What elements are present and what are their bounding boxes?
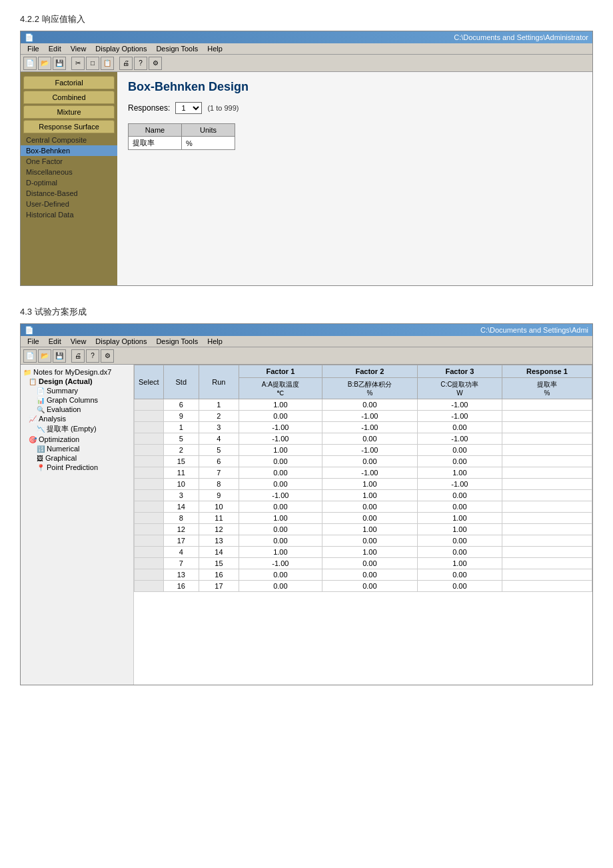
cell-r1[interactable] bbox=[502, 422, 592, 433]
menu-file[interactable]: File bbox=[23, 44, 43, 53]
open-btn[interactable]: 📂 bbox=[38, 57, 51, 70]
responses-select[interactable]: 1 bbox=[175, 102, 202, 114]
table-row: 7 15 -1.00 0.00 1.00 bbox=[135, 558, 592, 569]
table-row: 6 1 1.00 0.00 -1.00 bbox=[135, 399, 592, 411]
cell-select[interactable] bbox=[135, 501, 164, 513]
cell-select[interactable] bbox=[135, 479, 164, 490]
cell-r1[interactable] bbox=[502, 490, 592, 501]
cell-select[interactable] bbox=[135, 411, 164, 422]
cell-r1[interactable] bbox=[502, 456, 592, 467]
menu2-edit[interactable]: Edit bbox=[45, 337, 65, 346]
help-btn2[interactable]: ? bbox=[86, 349, 99, 363]
cell-r1[interactable] bbox=[502, 524, 592, 535]
menu-edit[interactable]: Edit bbox=[45, 44, 65, 53]
new-btn2[interactable]: 📄 bbox=[23, 349, 37, 363]
tree-point-prediction[interactable]: 📍 Point Prediction bbox=[21, 463, 133, 472]
menu2-help[interactable]: Help bbox=[203, 337, 227, 346]
cell-r1[interactable] bbox=[502, 433, 592, 445]
menu-help[interactable]: Help bbox=[203, 44, 227, 53]
tree-root[interactable]: 📁 Notes for MyDesign.dx7 bbox=[21, 367, 133, 377]
tree-graphical[interactable]: 🖼 Graphical bbox=[21, 453, 133, 463]
cell-f3: 0.00 bbox=[417, 569, 502, 581]
cell-r1[interactable] bbox=[502, 479, 592, 490]
menu2-design-tools[interactable]: Design Tools bbox=[152, 337, 202, 346]
evaluation-icon: 🔍 bbox=[37, 406, 45, 413]
cell-r1[interactable] bbox=[502, 558, 592, 569]
cell-run: 1 bbox=[199, 399, 239, 411]
tree-evaluation[interactable]: 🔍 Evaluation bbox=[21, 405, 133, 414]
tree-summary[interactable]: 📄 Summary bbox=[21, 386, 133, 395]
sidebar-tab-response-surface[interactable]: Response Surface bbox=[23, 120, 115, 133]
sidebar-item-historical-data[interactable]: Historical Data bbox=[21, 209, 117, 220]
cell-select[interactable] bbox=[135, 490, 164, 501]
sidebar-item-distance-based[interactable]: Distance-Based bbox=[21, 188, 117, 199]
tree-optimization[interactable]: 🎯 Optimization bbox=[21, 435, 133, 444]
sidebar-tab-mixture[interactable]: Mixture bbox=[23, 105, 115, 119]
sidebar-item-one-factor[interactable]: One Factor bbox=[21, 156, 117, 167]
table-row: 12 12 0.00 1.00 1.00 bbox=[135, 524, 592, 535]
menu-view[interactable]: View bbox=[67, 44, 91, 53]
settings-btn[interactable]: ⚙ bbox=[149, 57, 162, 70]
sidebar-tab-factorial[interactable]: Factorial bbox=[23, 76, 115, 89]
sidebar-item-box-behnken[interactable]: Box-Behnken bbox=[21, 145, 117, 156]
menu-design-tools[interactable]: Design Tools bbox=[152, 44, 202, 53]
cell-r1[interactable] bbox=[502, 535, 592, 547]
sidebar-item-miscellaneous[interactable]: Miscellaneous bbox=[21, 167, 117, 177]
cell-select[interactable] bbox=[135, 581, 164, 592]
cell-select[interactable] bbox=[135, 445, 164, 456]
copy-btn[interactable]: □ bbox=[86, 57, 99, 70]
menu2-file[interactable]: File bbox=[23, 337, 43, 346]
sidebar-item-central-composite[interactable]: Central Composite bbox=[21, 135, 117, 145]
menu2-view[interactable]: View bbox=[67, 337, 91, 346]
tree-analysis[interactable]: 📈 Analysis bbox=[21, 414, 133, 423]
save-btn[interactable]: 💾 bbox=[53, 57, 66, 70]
settings-btn2[interactable]: ⚙ bbox=[101, 349, 114, 363]
cell-select[interactable] bbox=[135, 524, 164, 535]
cell-std: 15 bbox=[163, 456, 199, 467]
print-btn[interactable]: 🖨 bbox=[119, 57, 133, 70]
cell-select[interactable] bbox=[135, 569, 164, 581]
cell-r1[interactable] bbox=[502, 445, 592, 456]
cell-r1[interactable] bbox=[502, 547, 592, 558]
cell-select[interactable] bbox=[135, 399, 164, 411]
print-btn2[interactable]: 🖨 bbox=[71, 349, 85, 363]
cell-r1[interactable] bbox=[502, 581, 592, 592]
cell-f3: 1.00 bbox=[417, 524, 502, 535]
cell-name[interactable]: 提取率 bbox=[129, 137, 182, 150]
menu2-display-options[interactable]: Display Options bbox=[91, 337, 151, 346]
open-btn2[interactable]: 📂 bbox=[38, 349, 51, 363]
cut-btn[interactable]: ✂ bbox=[71, 57, 85, 70]
new-btn[interactable]: 📄 bbox=[23, 57, 37, 70]
cell-r1[interactable] bbox=[502, 501, 592, 513]
tree-numerical[interactable]: 🔢 Numerical bbox=[21, 444, 133, 453]
help-btn[interactable]: ? bbox=[134, 57, 147, 70]
cell-r1[interactable] bbox=[502, 467, 592, 479]
cell-f3: 0.00 bbox=[417, 456, 502, 467]
cell-r1[interactable] bbox=[502, 411, 592, 422]
col-factor1-main: Factor 1 bbox=[239, 365, 322, 378]
paste-btn[interactable]: 📋 bbox=[101, 57, 114, 70]
cell-select[interactable] bbox=[135, 433, 164, 445]
cell-select[interactable] bbox=[135, 456, 164, 467]
sidebar-item-user-defined[interactable]: User-Defined bbox=[21, 199, 117, 209]
save-btn2[interactable]: 💾 bbox=[53, 349, 66, 363]
tree-design[interactable]: 📋 Design (Actual) bbox=[21, 377, 133, 386]
cell-f3: 0.00 bbox=[417, 490, 502, 501]
sidebar-tab-combined[interactable]: Combined bbox=[23, 91, 115, 104]
cell-r1[interactable] bbox=[502, 399, 592, 411]
tree-graph-columns[interactable]: 📊 Graph Columns bbox=[21, 395, 133, 405]
tree-extraction[interactable]: 📉 提取率 (Empty) bbox=[21, 423, 133, 435]
cell-units[interactable]: % bbox=[182, 137, 235, 150]
sidebar-item-d-optimal[interactable]: D-optimal bbox=[21, 177, 117, 188]
cell-r1[interactable] bbox=[502, 569, 592, 581]
window2-sidebar: 📁 Notes for MyDesign.dx7 📋 Design (Actua… bbox=[21, 365, 134, 685]
cell-select[interactable] bbox=[135, 467, 164, 479]
cell-f1: -1.00 bbox=[239, 433, 322, 445]
cell-r1[interactable] bbox=[502, 513, 592, 524]
cell-select[interactable] bbox=[135, 535, 164, 547]
cell-select[interactable] bbox=[135, 558, 164, 569]
cell-select[interactable] bbox=[135, 513, 164, 524]
menu-display-options[interactable]: Display Options bbox=[91, 44, 151, 53]
cell-select[interactable] bbox=[135, 547, 164, 558]
cell-select[interactable] bbox=[135, 422, 164, 433]
